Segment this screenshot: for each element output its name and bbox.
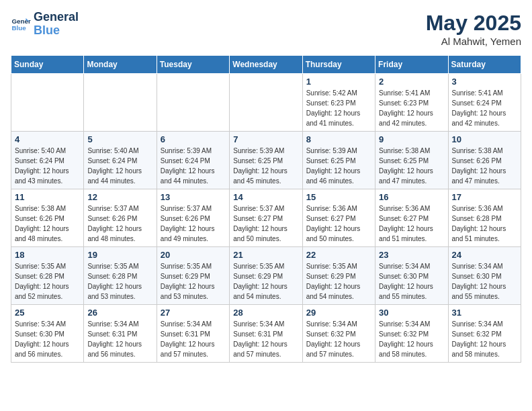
day-info: Sunrise: 5:35 AM Sunset: 6:28 PM Dayligh…	[15, 261, 80, 302]
day-number: 27	[161, 308, 226, 318]
day-number: 23	[379, 250, 444, 260]
day-number: 22	[306, 250, 371, 260]
day-info: Sunrise: 5:34 AM Sunset: 6:31 PM Dayligh…	[87, 319, 152, 359]
calendar-cell: 5 Sunrise: 5:40 AM Sunset: 6:24 PM Dayli…	[84, 132, 157, 189]
day-info: Sunrise: 5:38 AM Sunset: 6:25 PM Dayligh…	[379, 146, 444, 186]
day-number: 21	[233, 250, 298, 260]
calendar-cell	[157, 74, 229, 132]
day-info: Sunrise: 5:41 AM Sunset: 6:24 PM Dayligh…	[452, 88, 517, 128]
day-number: 20	[161, 250, 226, 260]
day-info: Sunrise: 5:35 AM Sunset: 6:29 PM Dayligh…	[306, 261, 371, 302]
day-number: 24	[452, 250, 517, 260]
day-number: 14	[233, 192, 298, 202]
calendar-cell: 6 Sunrise: 5:39 AM Sunset: 6:24 PM Dayli…	[157, 132, 229, 189]
day-number: 6	[161, 134, 226, 144]
calendar-cell: 11 Sunrise: 5:38 AM Sunset: 6:26 PM Dayl…	[11, 189, 84, 247]
weekday-header: Tuesday	[157, 56, 229, 74]
day-info: Sunrise: 5:38 AM Sunset: 6:26 PM Dayligh…	[15, 203, 80, 244]
logo-text: General Blue	[34, 11, 79, 38]
day-number: 30	[379, 308, 444, 318]
day-number: 1	[306, 77, 371, 87]
day-number: 2	[379, 77, 444, 87]
day-number: 18	[15, 250, 80, 260]
calendar-cell: 7 Sunrise: 5:39 AM Sunset: 6:25 PM Dayli…	[230, 132, 302, 189]
calendar-cell: 28 Sunrise: 5:34 AM Sunset: 6:31 PM Dayl…	[230, 305, 302, 363]
day-number: 5	[87, 134, 152, 144]
calendar-cell: 27 Sunrise: 5:34 AM Sunset: 6:31 PM Dayl…	[157, 305, 229, 363]
calendar-cell: 20 Sunrise: 5:35 AM Sunset: 6:29 PM Dayl…	[157, 247, 229, 305]
calendar-week-row: 11 Sunrise: 5:38 AM Sunset: 6:26 PM Dayl…	[11, 189, 521, 247]
weekday-header: Friday	[375, 56, 448, 74]
logo: General Blue General Blue	[11, 11, 79, 38]
page-header: General Blue General Blue May 2025 Al Ma…	[11, 11, 521, 47]
calendar-week-row: 4 Sunrise: 5:40 AM Sunset: 6:24 PM Dayli…	[11, 132, 521, 189]
weekday-header: Sunday	[11, 56, 84, 74]
weekday-header: Thursday	[302, 56, 375, 74]
calendar-cell: 14 Sunrise: 5:37 AM Sunset: 6:27 PM Dayl…	[230, 189, 302, 247]
calendar-cell: 30 Sunrise: 5:34 AM Sunset: 6:32 PM Dayl…	[375, 305, 448, 363]
calendar-week-row: 1 Sunrise: 5:42 AM Sunset: 6:23 PM Dayli…	[11, 74, 521, 132]
calendar-table: SundayMondayTuesdayWednesdayThursdayFrid…	[11, 55, 521, 363]
calendar-cell: 9 Sunrise: 5:38 AM Sunset: 6:25 PM Dayli…	[375, 132, 448, 189]
calendar-cell	[11, 74, 84, 132]
calendar-cell: 10 Sunrise: 5:38 AM Sunset: 6:26 PM Dayl…	[448, 132, 521, 189]
calendar-cell: 13 Sunrise: 5:37 AM Sunset: 6:26 PM Dayl…	[157, 189, 229, 247]
day-number: 8	[306, 134, 371, 144]
logo-icon: General Blue	[11, 14, 31, 34]
day-number: 7	[233, 134, 298, 144]
day-info: Sunrise: 5:37 AM Sunset: 6:26 PM Dayligh…	[161, 203, 226, 244]
calendar-cell	[84, 74, 157, 132]
calendar-cell: 29 Sunrise: 5:34 AM Sunset: 6:32 PM Dayl…	[302, 305, 375, 363]
day-info: Sunrise: 5:35 AM Sunset: 6:29 PM Dayligh…	[161, 261, 226, 302]
day-info: Sunrise: 5:34 AM Sunset: 6:31 PM Dayligh…	[233, 319, 298, 359]
day-info: Sunrise: 5:37 AM Sunset: 6:27 PM Dayligh…	[233, 203, 298, 244]
day-info: Sunrise: 5:36 AM Sunset: 6:28 PM Dayligh…	[452, 203, 517, 244]
day-info: Sunrise: 5:39 AM Sunset: 6:25 PM Dayligh…	[306, 146, 371, 186]
day-number: 15	[306, 192, 371, 202]
day-number: 13	[161, 192, 226, 202]
calendar-cell: 24 Sunrise: 5:34 AM Sunset: 6:30 PM Dayl…	[448, 247, 521, 305]
day-info: Sunrise: 5:34 AM Sunset: 6:32 PM Dayligh…	[306, 319, 371, 359]
calendar-cell: 12 Sunrise: 5:37 AM Sunset: 6:26 PM Dayl…	[84, 189, 157, 247]
day-info: Sunrise: 5:34 AM Sunset: 6:32 PM Dayligh…	[452, 319, 517, 359]
calendar-cell: 16 Sunrise: 5:36 AM Sunset: 6:27 PM Dayl…	[375, 189, 448, 247]
day-number: 12	[87, 192, 152, 202]
day-number: 11	[15, 192, 80, 202]
day-info: Sunrise: 5:34 AM Sunset: 6:30 PM Dayligh…	[452, 261, 517, 302]
day-number: 28	[233, 308, 298, 318]
calendar-week-row: 18 Sunrise: 5:35 AM Sunset: 6:28 PM Dayl…	[11, 247, 521, 305]
calendar-cell: 31 Sunrise: 5:34 AM Sunset: 6:32 PM Dayl…	[448, 305, 521, 363]
day-number: 16	[379, 192, 444, 202]
calendar-cell: 2 Sunrise: 5:41 AM Sunset: 6:23 PM Dayli…	[375, 74, 448, 132]
day-number: 10	[452, 134, 517, 144]
weekday-header: Wednesday	[230, 56, 302, 74]
calendar-cell: 17 Sunrise: 5:36 AM Sunset: 6:28 PM Dayl…	[448, 189, 521, 247]
day-info: Sunrise: 5:41 AM Sunset: 6:23 PM Dayligh…	[379, 88, 444, 128]
weekday-header-row: SundayMondayTuesdayWednesdayThursdayFrid…	[11, 56, 521, 74]
day-info: Sunrise: 5:38 AM Sunset: 6:26 PM Dayligh…	[452, 146, 517, 186]
day-number: 17	[452, 192, 517, 202]
day-number: 31	[452, 308, 517, 318]
calendar-cell: 8 Sunrise: 5:39 AM Sunset: 6:25 PM Dayli…	[302, 132, 375, 189]
day-info: Sunrise: 5:40 AM Sunset: 6:24 PM Dayligh…	[15, 146, 80, 186]
title-block: May 2025 Al Mahwit, Yemen	[426, 11, 521, 47]
calendar-cell: 1 Sunrise: 5:42 AM Sunset: 6:23 PM Dayli…	[302, 74, 375, 132]
day-info: Sunrise: 5:34 AM Sunset: 6:30 PM Dayligh…	[15, 319, 80, 359]
day-number: 9	[379, 134, 444, 144]
calendar-cell: 19 Sunrise: 5:35 AM Sunset: 6:28 PM Dayl…	[84, 247, 157, 305]
day-info: Sunrise: 5:40 AM Sunset: 6:24 PM Dayligh…	[87, 146, 152, 186]
day-info: Sunrise: 5:39 AM Sunset: 6:24 PM Dayligh…	[161, 146, 226, 186]
day-number: 25	[15, 308, 80, 318]
day-info: Sunrise: 5:36 AM Sunset: 6:27 PM Dayligh…	[306, 203, 371, 244]
day-info: Sunrise: 5:36 AM Sunset: 6:27 PM Dayligh…	[379, 203, 444, 244]
day-info: Sunrise: 5:34 AM Sunset: 6:31 PM Dayligh…	[161, 319, 226, 359]
day-info: Sunrise: 5:35 AM Sunset: 6:29 PM Dayligh…	[233, 261, 298, 302]
svg-text:Blue: Blue	[12, 24, 27, 32]
calendar-cell: 21 Sunrise: 5:35 AM Sunset: 6:29 PM Dayl…	[230, 247, 302, 305]
day-number: 3	[452, 77, 517, 87]
calendar-cell: 4 Sunrise: 5:40 AM Sunset: 6:24 PM Dayli…	[11, 132, 84, 189]
day-info: Sunrise: 5:34 AM Sunset: 6:32 PM Dayligh…	[379, 319, 444, 359]
calendar-week-row: 25 Sunrise: 5:34 AM Sunset: 6:30 PM Dayl…	[11, 305, 521, 363]
day-info: Sunrise: 5:34 AM Sunset: 6:30 PM Dayligh…	[379, 261, 444, 302]
weekday-header: Saturday	[448, 56, 521, 74]
